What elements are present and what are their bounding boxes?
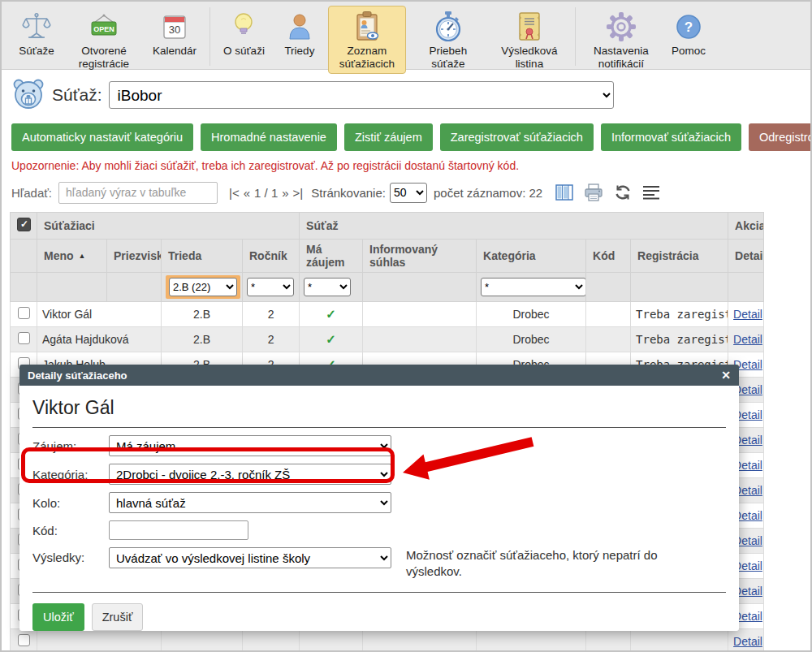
toolbar-item-o-sutazi[interactable]: O súťaži — [217, 6, 271, 62]
check-interest-button[interactable]: Zistiť záujem — [344, 123, 433, 151]
pager-prev[interactable]: « — [244, 186, 250, 200]
row-checkbox[interactable] — [18, 634, 30, 646]
stopwatch-icon — [434, 9, 463, 45]
row-kategoria — [477, 629, 586, 652]
select-all-checkbox[interactable] — [17, 218, 31, 231]
row-checkbox[interactable] — [18, 332, 30, 344]
unregister-button[interactable]: Odregistrovať súťažiacich — [749, 123, 812, 151]
vysledky-label: Výsledky: — [32, 547, 109, 564]
row-rocnik: 2 — [243, 327, 300, 352]
row-name: Viktor Gál — [37, 302, 162, 327]
toolbar-item-label: Súťaže — [19, 45, 54, 58]
auto-category-button[interactable]: Automaticky nastaviť kategóriu — [11, 123, 193, 151]
detail-link[interactable]: Detail — [733, 635, 762, 648]
competition-row: Súťaž: iBobor — [11, 77, 810, 113]
toolbar-item-label: Zoznam súťažiacich — [335, 45, 400, 70]
kategoria-select[interactable]: 2Drobci - dvojice 2.-3. ročník ZŠ — [109, 464, 391, 485]
toolbar-item-label: O súťaži — [223, 45, 265, 58]
pager-indicator: 1 / 1 — [254, 186, 278, 200]
cancel-button[interactable]: Zrušiť — [92, 603, 144, 631]
col-header-meno[interactable]: Meno▲ — [37, 240, 107, 273]
col-header-priezvisko[interactable]: Priezvisko▲ — [107, 240, 162, 273]
pager-first[interactable]: |< — [229, 186, 240, 200]
svg-text:OPEN: OPEN — [93, 25, 114, 33]
toolbar-item-label: Kalendár — [153, 45, 197, 58]
page-size-select[interactable]: 50 — [390, 183, 427, 203]
records-count: počet záznamov: 22 — [434, 186, 542, 200]
vysledky-note: Možnosť označiť súťažiaceho, ktorý nepat… — [406, 547, 679, 579]
group-header-sutaz: Súťaž — [300, 213, 728, 240]
interest-check-icon: ✓ — [326, 332, 336, 346]
col-header-empty — [11, 240, 37, 273]
list-icon[interactable] — [642, 185, 660, 200]
modal-header: Detaily súťažiaceho ✕ — [19, 365, 739, 386]
kolo-select[interactable]: hlavná súťaž — [109, 492, 391, 513]
col-header-kategoria[interactable]: Kategória — [477, 240, 586, 273]
page: Súťaže OPEN Otvorené registrácie 30 — [0, 0, 812, 652]
col-header-trieda[interactable]: Trieda — [162, 240, 243, 273]
row-inf-suhlas — [363, 629, 477, 652]
modal-title: Detaily súťažiaceho — [28, 369, 127, 382]
toolbar-item-label: Výsledková listina — [497, 45, 562, 70]
refresh-icon[interactable] — [614, 184, 632, 201]
toolbar-item-otvorene-registracie[interactable]: OPEN Otvorené registrácie — [65, 6, 143, 74]
toolbar-item-sutaze[interactable]: Súťaže — [11, 6, 62, 62]
row-checkbox[interactable] — [18, 307, 30, 319]
kategoria-label: Kategória: — [32, 468, 109, 481]
col-header-registracia[interactable]: Registrácia — [631, 240, 728, 273]
zaujem-label: Záujem: — [32, 439, 109, 453]
controls-row: Hľadať: |< « 1 / 1 » >| Stránkovanie: 50… — [11, 180, 810, 205]
table-tools — [555, 184, 660, 201]
row-kod — [586, 327, 631, 352]
pager-last[interactable]: >| — [293, 186, 304, 200]
certificate-icon — [516, 9, 542, 45]
trieda-filter-select[interactable]: 2.B (22) — [169, 278, 237, 296]
col-header-kod[interactable]: Kód — [586, 240, 631, 273]
toolbar-item-label: Priebeh súťaže — [416, 45, 481, 70]
toolbar-item-vysledkova-listina[interactable]: Výsledková listina — [490, 6, 568, 74]
kolo-label: Kolo: — [32, 496, 109, 510]
interest-check-icon: ✓ — [326, 307, 336, 321]
toolbar-item-pomoc[interactable]: ? Pomoc — [663, 6, 714, 62]
row-registracia — [631, 629, 728, 652]
toolbar-item-nastavenia-notifikacii[interactable]: Nastavenia notifikácií — [582, 6, 660, 74]
save-button[interactable]: Uložiť — [32, 603, 84, 631]
toolbar-item-priebeh-sutaze[interactable]: Priebeh súťaže — [409, 6, 487, 74]
toolbar-item-label: Pomoc — [672, 45, 706, 58]
search-input[interactable] — [58, 182, 218, 204]
toolbar-item-zoznam-sutaziacich[interactable]: Zoznam súťažiacich — [328, 6, 406, 74]
columns-icon[interactable] — [555, 184, 573, 201]
col-header-ma-zaujem[interactable]: Má záujem — [300, 240, 363, 273]
kod-label: Kód: — [32, 524, 109, 538]
pager-next[interactable]: » — [282, 186, 288, 200]
toolbar-item-kalendar[interactable]: 30 Kalendár — [146, 6, 203, 62]
row-name: Agáta Hajduková — [37, 327, 162, 352]
rocnik-filter-select[interactable]: * — [247, 278, 294, 296]
detail-link[interactable]: Detail — [733, 308, 762, 321]
bulk-settings-button[interactable]: Hromadné nastavenie — [201, 123, 337, 151]
kategoria-filter-select[interactable]: * — [481, 278, 586, 296]
divider — [32, 592, 726, 593]
col-header-informovany-suhlas[interactable]: Informovaný súhlas — [363, 240, 477, 273]
detail-modal: Detaily súťažiaceho ✕ Viktor Gál Záujem:… — [19, 365, 739, 631]
help-icon: ? — [675, 9, 702, 45]
toolbar-item-triedy[interactable]: Triedy — [274, 6, 325, 62]
calendar-icon: 30 — [162, 9, 188, 45]
kategoria-field-row: Kategória: 2Drobci - dvojice 2.-3. roční… — [32, 464, 726, 485]
print-icon[interactable] — [584, 184, 603, 201]
row-name — [37, 629, 162, 652]
register-button[interactable]: Zaregistrovať súťažiacich — [440, 123, 594, 151]
detail-link[interactable]: Detail — [733, 333, 762, 346]
scales-icon — [21, 9, 52, 45]
zaujem-select[interactable]: Má záujem — [109, 435, 391, 456]
competition-select[interactable]: iBobor — [109, 81, 614, 109]
beaver-icon — [11, 76, 45, 114]
vysledky-select[interactable]: Uvádzať vo výsledkovej listine školy — [109, 547, 391, 568]
inform-button[interactable]: Informovať súťažiacich — [601, 123, 741, 151]
toolbar-separator — [575, 7, 576, 66]
col-header-rocnik[interactable]: Ročník — [243, 240, 300, 273]
close-icon[interactable]: ✕ — [721, 369, 731, 382]
toolbar-item-label: Triedy — [284, 45, 314, 58]
kod-input[interactable] — [109, 520, 248, 540]
ma-zaujem-filter-select[interactable]: * — [304, 278, 351, 296]
